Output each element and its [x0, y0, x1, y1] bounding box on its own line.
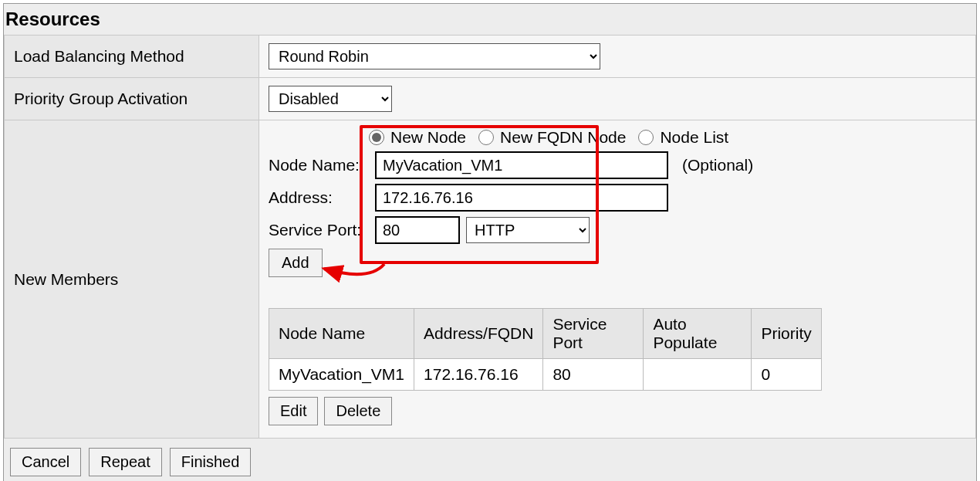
node-name-optional-hint: (Optional) — [682, 156, 753, 174]
repeat-button[interactable]: Repeat — [89, 448, 162, 476]
add-button[interactable]: Add — [269, 249, 323, 277]
cell-node-name: MyVacation_VM1 — [269, 359, 414, 391]
service-port-input[interactable] — [375, 216, 460, 244]
cell-auto-populate — [644, 359, 752, 391]
cancel-button[interactable]: Cancel — [10, 448, 81, 476]
new-node-radio[interactable] — [369, 130, 384, 145]
new-members-area: New Node New FQDN Node Node List Node Na… — [269, 128, 966, 425]
service-port-select[interactable]: HTTP — [466, 217, 590, 243]
resources-panel: Resources Load Balancing Method Round Ro… — [3, 3, 977, 481]
new-fqdn-radio-label: New FQDN Node — [500, 128, 626, 147]
cell-address: 172.16.76.16 — [414, 359, 543, 391]
cell-priority: 0 — [752, 359, 821, 391]
new-fqdn-radio[interactable] — [478, 130, 494, 145]
pga-select[interactable]: Disabled — [269, 86, 392, 112]
node-list-radio-label: Node List — [660, 128, 728, 147]
members-table: Node Name Address/FQDN Service Port Auto… — [269, 308, 822, 391]
section-title: Resources — [4, 4, 976, 35]
table-row[interactable]: MyVacation_VM1 172.16.76.16 80 0 — [269, 359, 822, 391]
address-input[interactable] — [375, 184, 668, 212]
node-type-radio-group: New Node New FQDN Node Node List — [369, 128, 966, 147]
lb-method-select[interactable]: Round Robin — [269, 43, 600, 69]
col-address: Address/FQDN — [414, 309, 543, 359]
node-name-field-label: Node Name: — [269, 156, 369, 174]
new-members-label: New Members — [5, 120, 259, 439]
cell-service-port: 80 — [543, 359, 644, 391]
footer-buttons: Cancel Repeat Finished — [4, 439, 976, 481]
node-list-radio[interactable] — [638, 130, 654, 145]
finished-button[interactable]: Finished — [170, 448, 252, 476]
lb-method-label: Load Balancing Method — [5, 36, 259, 78]
col-service-port: Service Port — [543, 309, 644, 359]
col-auto-populate: Auto Populate — [644, 309, 752, 359]
edit-button[interactable]: Edit — [269, 397, 318, 425]
col-priority: Priority — [752, 309, 821, 359]
pga-label: Priority Group Activation — [5, 78, 259, 120]
node-name-input[interactable] — [375, 151, 668, 179]
new-node-radio-label: New Node — [390, 128, 466, 147]
config-table: Load Balancing Method Round Robin Priori… — [4, 35, 976, 439]
address-field-label: Address: — [269, 188, 369, 207]
col-node-name: Node Name — [269, 309, 414, 359]
delete-button[interactable]: Delete — [324, 397, 392, 425]
service-port-field-label: Service Port: — [269, 221, 369, 239]
